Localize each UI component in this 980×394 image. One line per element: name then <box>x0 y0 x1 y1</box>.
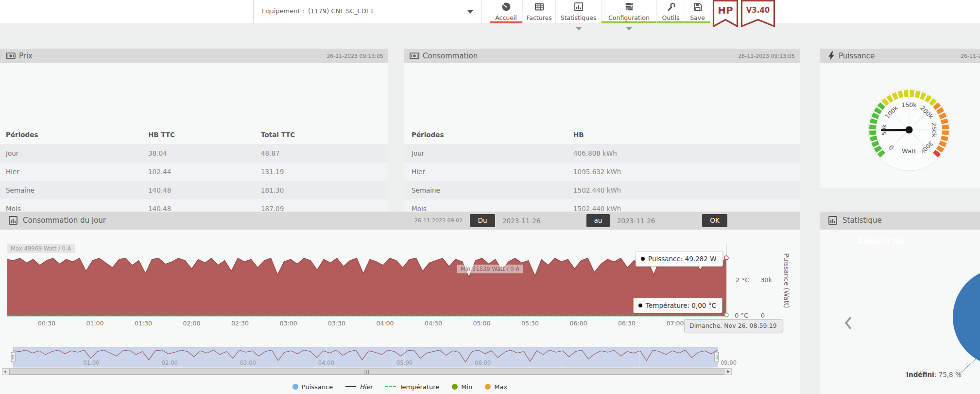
legend-symbol-icon <box>452 384 458 390</box>
legend-label: Température <box>399 383 439 391</box>
chevron-down-icon[interactable] <box>626 27 632 34</box>
consommation-du-jour-title: Consommation du jour <box>23 216 106 225</box>
navigator-tick-label: 01:00 <box>84 359 100 366</box>
table-row: Semaine1502.440 kWh <box>404 181 800 199</box>
nav-save[interactable]: Save <box>685 0 710 23</box>
lightning-icon <box>827 51 837 61</box>
bar-chart-icon <box>8 215 18 225</box>
consommation-title: Consommation <box>423 52 478 60</box>
table-row: Hier1095.632 kWh <box>404 162 800 181</box>
au-button[interactable]: au <box>586 214 610 227</box>
power-gauge: 050k100k150k200k250k300kWatt <box>865 86 953 174</box>
legend-item-min[interactable]: Min <box>452 383 472 391</box>
nav-outils[interactable]: Outils <box>657 0 685 23</box>
legend-symbol-icon <box>345 386 356 387</box>
navigator-tick-label: 03:00 <box>240 359 256 366</box>
col-total-ttc: Total TTC <box>261 131 388 139</box>
legend-label: Max <box>494 383 507 391</box>
du-button[interactable]: Du <box>470 214 495 227</box>
puissance-tooltip: Puissance: 49.282 W <box>636 251 723 267</box>
table-row: Jour38.0448.87 <box>0 144 388 162</box>
legend-item-hier[interactable]: Hier <box>345 383 373 391</box>
date-to-input[interactable] <box>617 214 675 227</box>
navigator-band[interactable] <box>13 347 718 367</box>
table-row: Jour406.808 kWh <box>404 144 800 162</box>
money-icon <box>6 52 16 61</box>
nav-save-label: Save <box>685 14 710 21</box>
prix-timestamp: 26-11-2023 09:13:05 <box>327 53 383 59</box>
x-axis-label: 01:30 <box>135 320 152 327</box>
power-axis-label: 30k <box>760 276 773 284</box>
scrollbar-grip-icon <box>365 370 369 374</box>
x-axis-label: 01:00 <box>86 320 103 327</box>
table-icon <box>534 2 544 12</box>
chart-legend: PuissanceHierTempératureMinMax <box>0 382 800 391</box>
nav-statistiques[interactable]: Statistiques <box>556 0 602 23</box>
equipment-value: (1179) CNF SC_EDF1 <box>308 7 374 15</box>
navigator-tick-label: 06:00 <box>475 359 491 366</box>
section-underline <box>657 21 685 23</box>
power-axis-label: 0 <box>761 312 765 319</box>
series-dot-icon <box>641 257 645 261</box>
legend-item-temperature[interactable]: Température <box>385 383 439 391</box>
puissance-title: Puissance <box>839 52 875 60</box>
nav-factures[interactable]: Factures <box>523 0 556 23</box>
max-badge: Max 49969 Watt / 0 A <box>7 244 75 253</box>
nav-configuration[interactable]: Configuration <box>602 0 657 23</box>
section-underline <box>602 21 656 23</box>
hp-badge-text: HP <box>718 4 733 16</box>
navigator-handle[interactable] <box>715 352 719 362</box>
prix-table-header: Périodes HB TTC Total TTC <box>0 125 388 144</box>
pie-chart[interactable] <box>953 268 980 366</box>
nav-accueil[interactable]: Accueil <box>490 0 523 23</box>
consommation-header: Consommation 26-11-2023 09:13:05 <box>404 49 800 63</box>
version-badge: V3.40 <box>740 0 775 30</box>
gauge-icon <box>501 2 511 12</box>
navigator-tick-label: 05:00 <box>396 359 413 366</box>
table-row: Semaine140.48181.30 <box>0 181 388 199</box>
statistique-header: Statistique <box>820 212 980 230</box>
legend-item-max[interactable]: Max <box>485 383 507 391</box>
col-periodes: Périodes <box>412 131 573 139</box>
navigator-handle[interactable] <box>11 352 15 362</box>
statistique-title: Statistique <box>842 216 882 225</box>
puissance-timestamp: 26-11-2023 09:13:05 <box>961 53 980 59</box>
temp-axis-label: 2 °C <box>736 276 749 284</box>
scrollbar-right-arrow[interactable] <box>725 369 731 375</box>
chart-scrollbar[interactable] <box>2 368 732 375</box>
x-axis-label: 02:00 <box>183 320 200 327</box>
col-periodes: Périodes <box>6 131 148 139</box>
scrollbar-left-arrow[interactable] <box>2 369 9 375</box>
legend-item-puissance[interactable]: Puissance <box>292 383 333 391</box>
x-axis-label: 07:00 <box>666 320 684 327</box>
chevron-left-icon[interactable] <box>843 316 853 332</box>
nav-factures-label: Factures <box>523 14 555 21</box>
puissance-header: Puissance 26-11-2023 09:13:05 <box>820 49 980 63</box>
hover-marker <box>724 256 728 260</box>
gauge-needle <box>882 130 909 130</box>
equipment-label: Equipement : <box>262 7 304 15</box>
scrollbar-thumb[interactable] <box>9 369 724 375</box>
power-axis-title: Puissance (Watt) <box>783 253 791 308</box>
bar-chart-icon <box>574 2 584 12</box>
prix-panel: Prix 26-11-2023 09:13:05 Périodes HB TTC… <box>0 49 388 188</box>
x-axis-label: 05:00 <box>473 320 490 327</box>
puissance-panel: Puissance 26-11-2023 09:13:05 050k100k15… <box>820 49 980 188</box>
ok-button[interactable]: OK <box>702 214 727 227</box>
legend-label: Hier <box>360 383 373 391</box>
date-from-input[interactable] <box>502 214 561 227</box>
chevron-down-icon[interactable] <box>576 27 582 34</box>
nav-outils-label: Outils <box>657 14 685 21</box>
min-badge: Min 31539 Watt / 0 A <box>457 265 523 273</box>
hp-badge: HP <box>712 0 739 30</box>
col-hb: HB <box>573 131 800 139</box>
date-tooltip: Dimanche, Nov 26, 08:59:19 <box>684 319 782 332</box>
gauge-tick-label: 150k <box>901 101 917 108</box>
consommation-panel: Consommation 26-11-2023 09:13:05 Période… <box>404 49 800 188</box>
x-axis-label: 00:30 <box>38 320 55 327</box>
table-row: Hier102.44131.19 <box>0 162 388 181</box>
equipment-selector[interactable]: Equipement : (1179) CNF SC_EDF1 <box>253 0 481 23</box>
dashboard: Equipement : (1179) CNF SC_EDF1 Accueil … <box>0 0 980 394</box>
x-axis-label: 03:30 <box>328 320 345 327</box>
version-badge-text: V3.40 <box>746 6 770 15</box>
